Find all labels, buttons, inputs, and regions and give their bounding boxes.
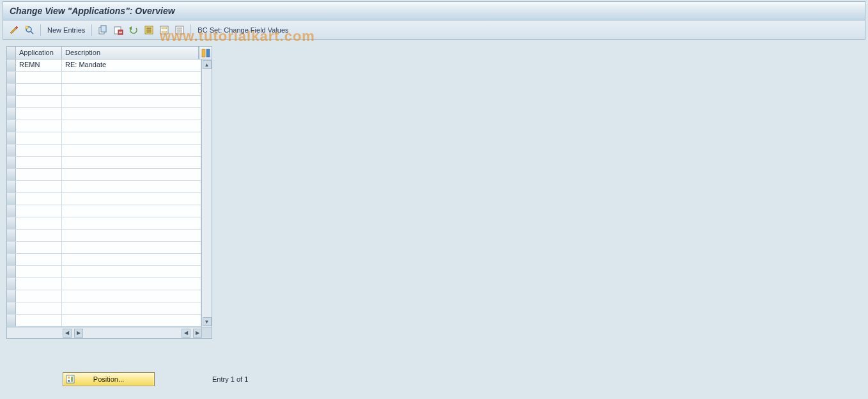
cell-application[interactable] xyxy=(16,72,62,83)
cell-application[interactable] xyxy=(16,145,62,156)
table-row xyxy=(7,230,201,242)
vertical-scrollbar[interactable]: ▲ ▼ xyxy=(201,59,212,327)
scroll-right-last-icon[interactable]: ▶ xyxy=(193,329,202,338)
row-selector[interactable] xyxy=(7,217,16,229)
cell-application[interactable] xyxy=(16,290,62,302)
cell-description[interactable] xyxy=(62,302,201,314)
row-selector[interactable] xyxy=(7,72,16,83)
svg-rect-21 xyxy=(66,375,74,383)
table-row xyxy=(7,266,201,278)
row-selector[interactable] xyxy=(7,278,16,290)
column-header-description[interactable]: Description xyxy=(62,47,199,59)
row-selector[interactable] xyxy=(7,145,16,156)
toggle-change-icon[interactable] xyxy=(8,24,20,36)
cell-application[interactable] xyxy=(16,84,62,95)
row-selector[interactable] xyxy=(7,266,16,278)
cell-description[interactable] xyxy=(62,132,201,144)
row-selector[interactable] xyxy=(7,302,16,314)
select-all-icon[interactable] xyxy=(143,24,155,36)
table-row xyxy=(7,205,201,217)
cell-description[interactable] xyxy=(62,145,201,156)
cell-description[interactable] xyxy=(62,120,201,132)
cell-description[interactable] xyxy=(62,278,201,290)
deselect-all-icon[interactable] xyxy=(174,24,185,36)
cell-description[interactable] xyxy=(62,315,201,326)
row-selector[interactable] xyxy=(7,169,16,180)
cell-application[interactable] xyxy=(16,193,62,205)
row-selector[interactable] xyxy=(7,315,16,326)
svg-rect-22 xyxy=(68,377,70,379)
row-selector[interactable] xyxy=(7,230,16,241)
cell-application[interactable]: REMN xyxy=(16,59,62,71)
row-selector[interactable] xyxy=(7,120,16,132)
row-selector[interactable] xyxy=(7,59,16,71)
row-selector[interactable] xyxy=(7,205,16,217)
cell-application[interactable] xyxy=(16,96,62,107)
cell-description[interactable] xyxy=(62,266,201,278)
cell-application[interactable] xyxy=(16,278,62,290)
cell-description[interactable] xyxy=(62,193,201,205)
row-selector[interactable] xyxy=(7,132,16,144)
cell-description[interactable] xyxy=(62,157,201,168)
cell-application[interactable] xyxy=(16,230,62,241)
cell-application[interactable] xyxy=(16,205,62,217)
cell-application[interactable] xyxy=(16,302,62,314)
horizontal-scrollbar[interactable]: ◀ ▶ ◀ ▶ xyxy=(7,327,212,338)
cell-application[interactable] xyxy=(16,132,62,144)
column-header-application[interactable]: Application xyxy=(16,47,62,59)
cell-description[interactable] xyxy=(62,242,201,253)
cell-application[interactable] xyxy=(16,181,62,192)
row-selector[interactable] xyxy=(7,290,16,302)
row-selector[interactable] xyxy=(7,108,16,120)
table-row xyxy=(7,254,201,266)
cell-description[interactable] xyxy=(62,108,201,120)
scroll-right-step-icon[interactable]: ▶ xyxy=(74,329,83,338)
cell-description[interactable] xyxy=(62,169,201,180)
undo-icon[interactable] xyxy=(128,24,139,36)
cell-description[interactable] xyxy=(62,205,201,217)
cell-description[interactable]: RE: Mandate xyxy=(62,59,201,71)
row-selector[interactable] xyxy=(7,254,16,265)
row-selector[interactable] xyxy=(7,157,16,168)
cell-description[interactable] xyxy=(62,230,201,241)
cell-application[interactable] xyxy=(16,169,62,180)
cell-application[interactable] xyxy=(16,254,62,265)
cell-description[interactable] xyxy=(62,254,201,265)
row-selector[interactable] xyxy=(7,84,16,95)
svg-rect-24 xyxy=(71,377,73,382)
cell-application[interactable] xyxy=(16,242,62,253)
cell-description[interactable] xyxy=(62,72,201,83)
delete-icon[interactable] xyxy=(112,24,124,36)
cell-application[interactable] xyxy=(16,266,62,278)
row-selector[interactable] xyxy=(7,96,16,107)
entry-status: Entry 1 of 1 xyxy=(212,375,248,383)
cell-description[interactable] xyxy=(62,290,201,302)
cell-description[interactable] xyxy=(62,84,201,95)
row-selector[interactable] xyxy=(7,193,16,205)
other-view-icon[interactable] xyxy=(24,24,35,36)
scrollbar-corner xyxy=(201,327,212,338)
scroll-down-icon[interactable]: ▼ xyxy=(203,317,212,326)
cell-application[interactable] xyxy=(16,217,62,229)
row-selector[interactable] xyxy=(7,242,16,253)
cell-description[interactable] xyxy=(62,181,201,192)
cell-application[interactable] xyxy=(16,315,62,326)
bc-set-button[interactable]: BC Set: Change Field Values xyxy=(196,26,290,34)
select-block-icon[interactable] xyxy=(159,24,170,36)
table-configure-icon[interactable] xyxy=(199,47,212,59)
copy-as-icon[interactable] xyxy=(97,24,109,36)
toolbar-separator xyxy=(40,24,41,36)
scroll-left-first-icon[interactable]: ◀ xyxy=(63,329,72,338)
row-selector[interactable] xyxy=(7,181,16,192)
scroll-up-icon[interactable]: ▲ xyxy=(203,60,212,69)
cell-application[interactable] xyxy=(16,108,62,120)
cell-description[interactable] xyxy=(62,217,201,229)
scroll-left-step-icon[interactable]: ◀ xyxy=(182,329,190,338)
cell-description[interactable] xyxy=(62,96,201,107)
position-button[interactable]: Position... xyxy=(63,372,155,386)
cell-application[interactable] xyxy=(16,120,62,132)
select-all-rows-handle[interactable] xyxy=(7,47,16,59)
new-entries-button[interactable]: New Entries xyxy=(46,26,86,34)
table-row xyxy=(7,181,201,193)
cell-application[interactable] xyxy=(16,157,62,168)
